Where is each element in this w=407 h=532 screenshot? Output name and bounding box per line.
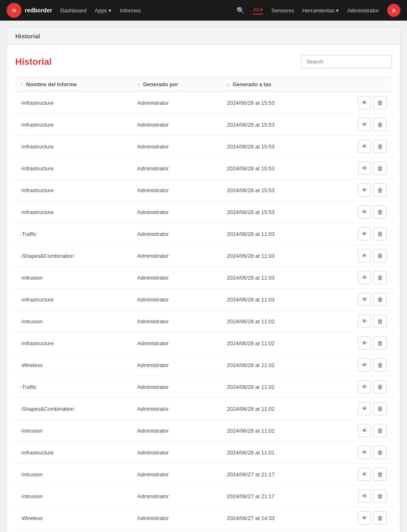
delete-button[interactable]: 🗑 xyxy=(374,424,387,437)
row-actions: 👁 🗑 xyxy=(323,420,392,442)
delete-button[interactable]: 🗑 xyxy=(374,162,387,175)
table-row: -Intrusion Administrator 2024/06/27 at 2… xyxy=(15,485,392,507)
view-button[interactable]: 👁 xyxy=(358,140,371,153)
eye-icon: 👁 xyxy=(362,515,367,521)
brand[interactable]: rb redborder xyxy=(7,3,52,18)
eye-icon: 👁 xyxy=(362,252,367,259)
delete-button[interactable]: 🗑 xyxy=(374,184,387,197)
row-generated-by: Administrator xyxy=(132,529,222,532)
view-button[interactable]: 👁 xyxy=(358,424,371,437)
view-button[interactable]: 👁 xyxy=(358,511,371,525)
row-generated-at: 2024/06/28 at 15:53 xyxy=(222,158,324,179)
view-button[interactable]: 👁 xyxy=(358,337,371,350)
delete-button[interactable]: 🗑 xyxy=(374,358,387,372)
table-row: -Traffic Administrator 2024/06/28 at 11:… xyxy=(15,376,392,398)
nav-all-filter[interactable]: All ▾ xyxy=(253,7,263,14)
row-generated-by: Administrator xyxy=(132,289,222,311)
page-wrapper: Historial Historial ↑ Nombre del Informe xyxy=(0,21,407,532)
search-icon[interactable]: 🔍 xyxy=(237,7,245,14)
table-row: -Wireless Administrator 2024/06/27 at 14… xyxy=(15,529,392,532)
view-button[interactable]: 👁 xyxy=(358,315,371,328)
delete-button[interactable]: 🗑 xyxy=(374,402,387,415)
table-row: -Infrastructure Administrator 2024/06/28… xyxy=(15,201,392,223)
eye-icon: 👁 xyxy=(362,318,367,325)
eye-icon: 👁 xyxy=(362,231,367,237)
row-name: -Traffic xyxy=(15,376,132,398)
avatar[interactable]: A xyxy=(387,4,400,17)
col-generado-las: ↓ Generado a las xyxy=(222,77,324,92)
view-button[interactable]: 👁 xyxy=(358,468,371,481)
row-generated-by: Administrator xyxy=(132,420,222,442)
row-name: -Infrastructure xyxy=(15,158,132,179)
delete-button[interactable]: 🗑 xyxy=(374,337,387,350)
page-card: Historial Historial ↑ Nombre del Informe xyxy=(7,27,400,532)
view-button[interactable]: 👁 xyxy=(358,118,371,131)
delete-button[interactable]: 🗑 xyxy=(374,468,387,481)
view-button[interactable]: 👁 xyxy=(358,96,371,109)
table-row: -Shapes&Combination Administrator 2024/0… xyxy=(15,398,392,420)
row-generated-at: 2024/06/27 at 21:17 xyxy=(222,485,324,507)
delete-button[interactable]: 🗑 xyxy=(374,118,387,131)
nav-sensores[interactable]: Sensores xyxy=(271,7,294,14)
view-button[interactable]: 👁 xyxy=(358,162,371,175)
row-actions: 👁 🗑 xyxy=(323,442,392,464)
delete-button[interactable]: 🗑 xyxy=(374,315,387,328)
row-generated-by: Administrator xyxy=(132,398,222,420)
trash-icon: 🗑 xyxy=(377,318,383,325)
delete-button[interactable]: 🗑 xyxy=(374,249,387,262)
nav-herramientas[interactable]: Herramientas ▾ xyxy=(302,7,339,14)
delete-button[interactable]: 🗑 xyxy=(374,140,387,153)
row-name: -Infrastructure xyxy=(15,114,132,136)
sort-generado-las-icon: ↓ xyxy=(227,81,230,87)
trash-icon: 🗑 xyxy=(377,515,383,521)
search-input[interactable] xyxy=(301,55,392,68)
delete-button[interactable]: 🗑 xyxy=(374,271,387,284)
view-button[interactable]: 👁 xyxy=(358,293,371,306)
row-generated-at: 2024/06/27 at 14:26 xyxy=(222,529,324,532)
view-button[interactable]: 👁 xyxy=(358,402,371,415)
delete-button[interactable]: 🗑 xyxy=(374,446,387,459)
nav-informes[interactable]: Informes xyxy=(120,7,141,14)
sort-generado-por-icon: ↑ xyxy=(137,81,140,87)
view-button[interactable]: 👁 xyxy=(358,490,371,503)
row-name: -Shapes&Combination xyxy=(15,398,132,420)
row-name: -Intrusion xyxy=(15,267,132,289)
trash-icon: 🗑 xyxy=(377,252,383,259)
row-actions: 👁 🗑 xyxy=(323,507,392,529)
row-generated-at: 2024/06/28 at 11:03 xyxy=(222,267,324,289)
trash-icon: 🗑 xyxy=(377,340,383,346)
view-button[interactable]: 👁 xyxy=(358,184,371,197)
view-button[interactable]: 👁 xyxy=(358,227,371,240)
row-actions: 👁 🗑 xyxy=(323,267,392,289)
page-title: Historial xyxy=(15,56,52,67)
delete-button[interactable]: 🗑 xyxy=(374,490,387,503)
delete-button[interactable]: 🗑 xyxy=(374,511,387,525)
nav-dashboard[interactable]: Dashboard xyxy=(60,7,87,14)
delete-button[interactable]: 🗑 xyxy=(374,205,387,219)
row-generated-by: Administrator xyxy=(132,267,222,289)
view-button[interactable]: 👁 xyxy=(358,380,371,393)
view-button[interactable]: 👁 xyxy=(358,358,371,372)
view-button[interactable]: 👁 xyxy=(358,205,371,219)
row-generated-by: Administrator xyxy=(132,485,222,507)
table-body: -Infrastructure Administrator 2024/06/28… xyxy=(15,92,392,532)
delete-button[interactable]: 🗑 xyxy=(374,380,387,393)
view-button[interactable]: 👁 xyxy=(358,271,371,284)
eye-icon: 👁 xyxy=(362,121,367,128)
trash-icon: 🗑 xyxy=(377,231,383,237)
trash-icon: 🗑 xyxy=(377,187,383,193)
row-actions: 👁 🗑 xyxy=(323,201,392,223)
table-row: -Infrastructure Administrator 2024/06/28… xyxy=(15,92,392,114)
row-generated-at: 2024/06/28 at 11:02 xyxy=(222,398,324,420)
data-table: ↑ Nombre del Informe ↑ Generado por ↓ Ge… xyxy=(15,77,392,532)
row-actions: 👁 🗑 xyxy=(323,332,392,354)
row-name: -Infrastructure xyxy=(15,92,132,114)
row-name: -Wireless xyxy=(15,529,132,532)
view-button[interactable]: 👁 xyxy=(358,446,371,459)
view-button[interactable]: 👁 xyxy=(358,249,371,262)
delete-button[interactable]: 🗑 xyxy=(374,293,387,306)
delete-button[interactable]: 🗑 xyxy=(374,96,387,109)
all-chevron-icon: ▾ xyxy=(260,7,263,13)
delete-button[interactable]: 🗑 xyxy=(374,227,387,240)
nav-apps[interactable]: Apps ▾ xyxy=(95,7,112,14)
